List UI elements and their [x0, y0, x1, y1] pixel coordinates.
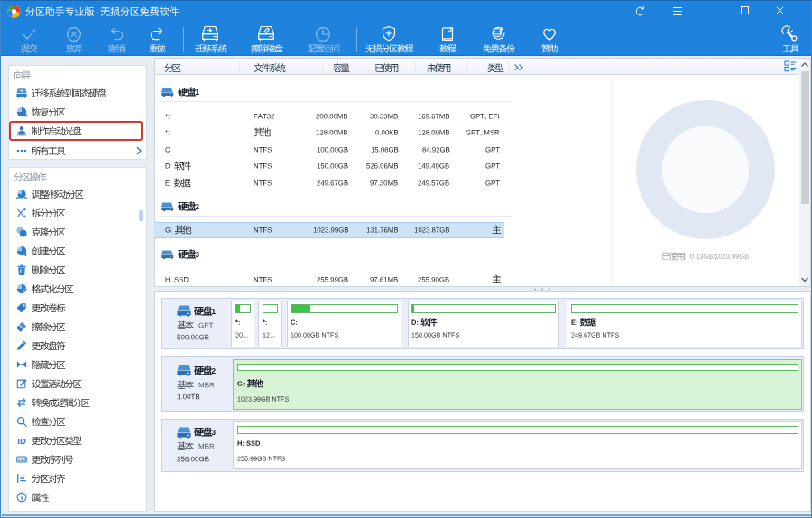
svg-text:ID: ID — [17, 436, 26, 446]
svg-text:123: 123 — [17, 457, 25, 462]
